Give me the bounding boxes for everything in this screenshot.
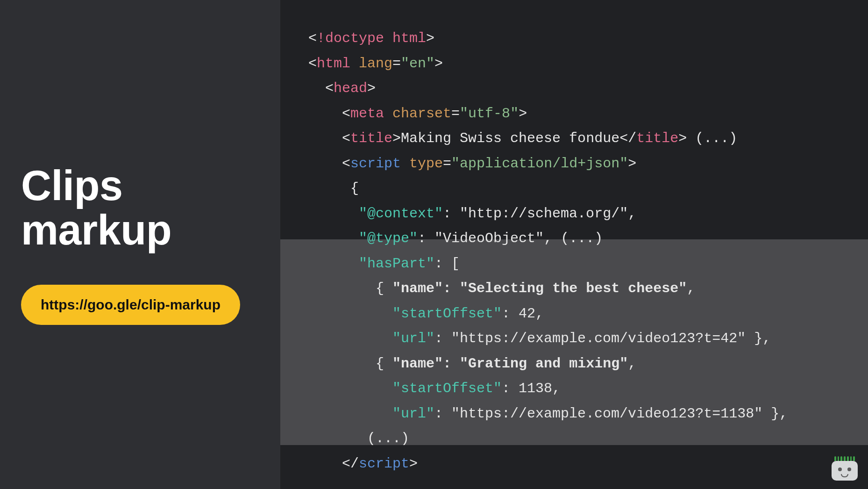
parts-ellipsis: (...) xyxy=(367,431,409,446)
type-key: "@type" xyxy=(359,230,418,246)
name1-val: "Selecting the best cheese" xyxy=(460,280,687,296)
url2-val: "https://example.com/video123?t=1138" xyxy=(451,406,762,422)
url1-val: "https://example.com/video123?t=42" xyxy=(451,331,746,346)
slide-title: Clips markup xyxy=(21,164,262,252)
name1-key: "name" xyxy=(392,280,443,296)
start2-key: "startOffset" xyxy=(392,381,502,396)
title-ellipsis: (...) xyxy=(695,130,737,146)
type-ellipsis: (...) xyxy=(561,230,603,246)
start1-key: "startOffset" xyxy=(392,306,502,322)
type-val: "application/ld+json" xyxy=(451,156,628,172)
type-val2: "VideoObject" xyxy=(434,230,544,246)
haspart-key: "hasPart" xyxy=(359,256,434,272)
charset-val: "utf-8" xyxy=(460,106,519,122)
url2-key: "url" xyxy=(392,406,434,422)
name2-val: "Grating and mixing" xyxy=(460,356,628,372)
doctype-tag: !doctype html xyxy=(317,30,426,46)
code-panel: <!doctype html> <html lang="en"> <head> … xyxy=(280,0,868,489)
title-close: title xyxy=(636,130,678,146)
charset-attr: charset xyxy=(392,106,451,122)
name2-key: "name" xyxy=(392,356,443,372)
left-panel: Clips markup https://goo.gle/clip-markup xyxy=(0,0,280,489)
code-block: <!doctype html> <html lang="en"> <head> … xyxy=(308,26,849,476)
lang-val: "en" xyxy=(401,56,434,72)
url1-key: "url" xyxy=(392,331,434,346)
context-val: "http://schema.org/" xyxy=(460,206,628,222)
script-close: script xyxy=(359,456,409,472)
lang-attr: lang xyxy=(359,56,392,72)
meta-tag: meta xyxy=(350,106,384,122)
slide: Clips markup https://goo.gle/clip-markup… xyxy=(0,0,868,489)
title-text: Making Swiss cheese fondue xyxy=(401,130,619,146)
script-tag: script xyxy=(350,156,401,172)
type-attr: type xyxy=(409,156,443,172)
title-open: title xyxy=(350,130,392,146)
link-pill[interactable]: https://goo.gle/clip-markup xyxy=(21,285,240,325)
html-tag: html xyxy=(317,56,350,72)
link-url: https://goo.gle/clip-markup xyxy=(41,297,221,312)
context-key: "@context" xyxy=(359,206,443,222)
title-line-2: markup xyxy=(21,207,171,253)
brace-open: { xyxy=(350,180,359,196)
head-tag: head xyxy=(334,80,367,96)
title-line-1: Clips xyxy=(21,162,123,209)
start1-val: 42 xyxy=(519,306,535,322)
start2-val: 1138 xyxy=(519,381,552,396)
